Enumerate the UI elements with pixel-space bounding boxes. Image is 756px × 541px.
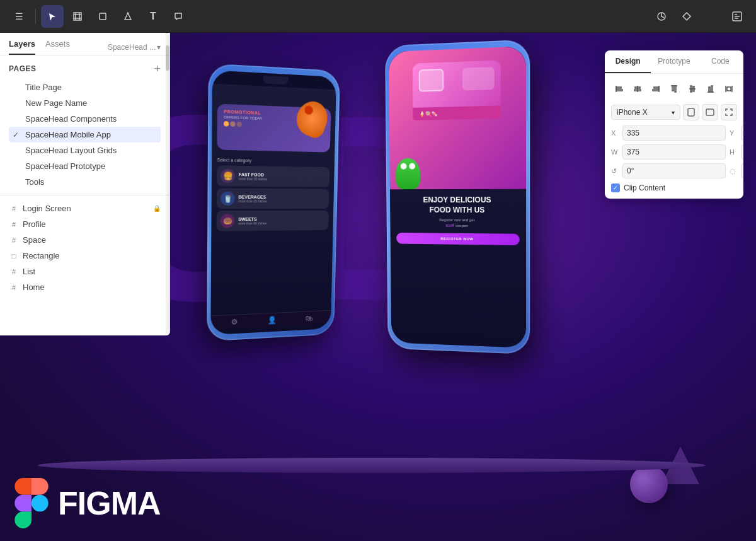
burger-icon: 🍔 [220, 169, 235, 183]
svg-rect-11 [616, 90, 622, 91]
clip-checkbox[interactable]: ✓ [611, 183, 620, 192]
w-label: W [611, 148, 620, 156]
wh-coord-row: W H ⛓ [611, 144, 737, 160]
w-field: W [611, 144, 726, 160]
align-center-v-button[interactable] [684, 80, 701, 98]
frame-tool-button[interactable] [66, 5, 89, 28]
page-item-new[interactable]: New Page Name [9, 95, 161, 111]
page-item-prototype[interactable]: SpaceHead Prototype [9, 158, 161, 174]
layer-rectangle[interactable]: □ Rectangle [4, 248, 166, 264]
enjoy-title: ENJOY DELICIOUSFOOD WITH US [396, 195, 520, 216]
svg-rect-25 [709, 87, 710, 92]
phones-container: PROMOTIONAL OFFERS FOR TODAY Select a ca… [208, 44, 542, 473]
rect-icon: □ [9, 252, 19, 260]
phone-bottom-nav: ⚙ 👤 🛍 [210, 310, 331, 330]
phone-right: IKRA & ●● 🍦🍭🍬 [385, 39, 530, 354]
tab-spacehead[interactable]: SpaceHead ... ▾ [108, 43, 161, 52]
register-button[interactable]: REGISTER NOW [396, 233, 520, 245]
rotation-input[interactable] [622, 163, 726, 178]
align-bottom-button[interactable] [702, 80, 719, 98]
svg-rect-10 [616, 87, 621, 88]
chevron-icon: ▾ [157, 43, 161, 52]
pages-section: Pages + Title Page New Page Name SpaceHe… [0, 55, 169, 195]
align-right-button[interactable] [648, 80, 665, 98]
svg-point-6 [127, 12, 129, 14]
panel-scrollbar[interactable] [166, 33, 169, 335]
page-new-label: New Page Name [25, 98, 87, 108]
tab-code[interactable]: Code [697, 50, 743, 73]
tab-prototype[interactable]: Prototype [651, 50, 697, 73]
toolbar-separator-1 [35, 9, 36, 24]
food-truck-bg: 🍦🍭🍬 [389, 46, 526, 189]
x-input[interactable] [622, 125, 726, 141]
page-title-label: Title Page [25, 83, 62, 92]
layer-profile[interactable]: # Profile [4, 216, 166, 232]
y-input[interactable] [741, 125, 743, 141]
frame-icon-3: # [9, 236, 19, 244]
device-icons [683, 104, 737, 120]
lock-icon: 🔒 [153, 205, 161, 212]
shape-tool-button[interactable] [91, 5, 114, 28]
layer-space[interactable]: # Space [4, 232, 166, 248]
page-grids-label: SpaceHead Layout Grids [25, 146, 117, 155]
rotation-label: ↺ [611, 167, 620, 175]
page-prototype-label: SpaceHead Prototype [25, 161, 105, 171]
tab-assets[interactable]: Assets [45, 39, 70, 55]
menu-button[interactable]: ☰ [8, 5, 30, 28]
promo-banner: PROMOTIONAL OFFERS FOR TODAY [217, 103, 331, 152]
pages-header: Pages + [9, 63, 161, 74]
layer-home[interactable]: # Home [4, 279, 166, 295]
check-empty-5 [13, 162, 21, 171]
layer-login[interactable]: # Login Screen 🔒 [4, 201, 166, 216]
right-panel-body: iPhone X ▾ X Y [605, 74, 743, 199]
page-item-components[interactable]: SpaceHead Components [9, 111, 161, 127]
align-left-button[interactable] [611, 80, 628, 98]
figma-text: FIGMA [58, 484, 161, 522]
check-empty-6 [13, 178, 21, 187]
h-field: H ⛓ [730, 144, 743, 160]
svg-rect-5 [100, 13, 106, 20]
text-tool-button[interactable]: T [142, 5, 164, 28]
distribute-button[interactable] [720, 80, 737, 98]
portrait-button[interactable] [683, 104, 699, 120]
page-item-title[interactable]: Title Page [9, 79, 161, 95]
layer-list[interactable]: # List [4, 264, 166, 279]
check-empty-2 [13, 99, 21, 108]
share-button[interactable] [726, 5, 748, 28]
pages-add-button[interactable]: + [154, 63, 161, 74]
tab-design[interactable]: Design [605, 50, 651, 73]
food-item-burger: 🍔 FAST FOOD more than 50 dishes [217, 165, 329, 187]
clip-label: Clip Content [624, 183, 665, 192]
svg-rect-26 [711, 86, 713, 92]
w-input[interactable] [622, 144, 726, 160]
landscape-button[interactable] [702, 104, 718, 120]
component-button[interactable] [675, 5, 698, 28]
corner-input[interactable] [741, 163, 743, 178]
rotation-field: ↺ [611, 163, 726, 178]
layer-profile-label: Profile [23, 219, 46, 229]
tab-layers[interactable]: Layers [9, 39, 35, 55]
align-top-button[interactable] [666, 80, 683, 98]
page-item-mobile[interactable]: ✓ SpaceHead Mobile App [9, 127, 161, 143]
h-input[interactable] [741, 144, 743, 160]
category-label: Select a category [212, 154, 335, 166]
clip-content-row: ✓ Clip Content [611, 183, 737, 192]
food-item-donut: 🍩 SWEETS more than 40 dishes [217, 211, 329, 231]
page-item-tools[interactable]: Tools [9, 174, 161, 190]
comment-tool-button[interactable] [167, 5, 190, 28]
scale-button[interactable] [721, 104, 737, 120]
scrollbar-thumb[interactable] [166, 45, 169, 71]
device-select[interactable]: iPhone X ▾ [611, 105, 680, 120]
align-center-h-button[interactable] [629, 80, 646, 98]
community-button[interactable] [650, 5, 673, 28]
svg-rect-0 [74, 13, 81, 20]
food-item-drink: 🥤 BEVERAGES more than 20 dishes [217, 188, 329, 209]
y-field: Y [730, 125, 743, 141]
phone-left: PROMOTIONAL OFFERS FOR TODAY Select a ca… [207, 63, 340, 341]
check-empty [13, 83, 21, 92]
page-item-grids[interactable]: SpaceHead Layout Grids [9, 143, 161, 158]
pen-tool-button[interactable] [117, 5, 139, 28]
device-row: iPhone X ▾ [611, 104, 737, 120]
select-tool-button[interactable] [41, 5, 64, 28]
theme-button[interactable] [701, 5, 723, 28]
